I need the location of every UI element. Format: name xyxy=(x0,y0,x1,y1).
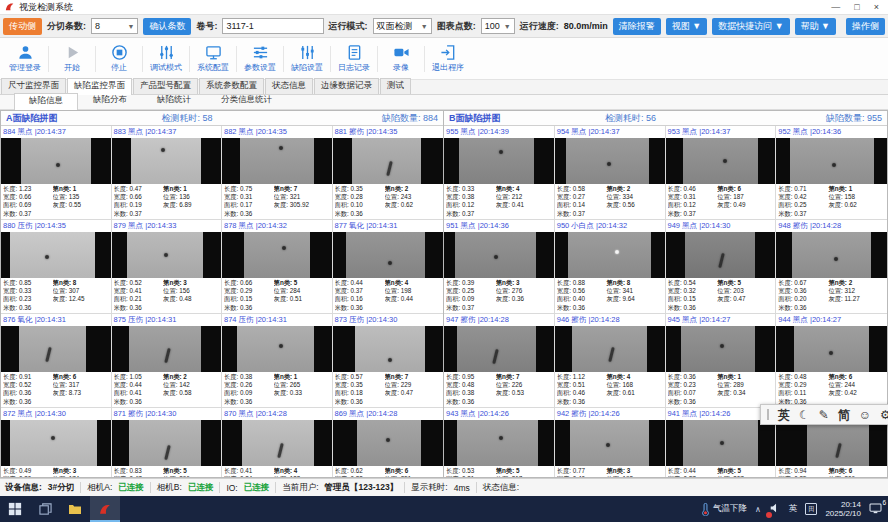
smiley-icon[interactable]: ☺ xyxy=(859,405,871,425)
subtab-分类信息统计[interactable]: 分类信息统计 xyxy=(206,92,287,109)
defect-cell[interactable]: 948 擦伤 |20:14:28长度: 0.67第n类: 2宽度: 0.36位置… xyxy=(776,220,887,314)
defect-cell[interactable]: 945 黑点 |20:14:27长度: 0.36第n类: 1宽度: 0.23位置… xyxy=(666,314,777,408)
image-black-band-right xyxy=(536,326,554,372)
drive-side-button[interactable]: 传动侧 xyxy=(3,18,42,35)
ime-lang-english[interactable]: 英 xyxy=(778,405,790,425)
defect-cell[interactable]: 952 黑点 |20:14:36长度: 0.71第n类: 1宽度: 0.42位置… xyxy=(776,126,887,220)
slit-count-select[interactable]: 8▼ xyxy=(91,18,138,34)
toolbar-button-equalizer[interactable]: 缺陷设置 xyxy=(284,42,330,75)
defect-cell[interactable]: 869 黑点 |20:14:28长度: 0.62第n类: 6宽度: 0.33位置… xyxy=(333,408,444,477)
defect-cell[interactable]: 881 擦伤 |20:14:35长度: 0.35第n类: 2宽度: 0.28位置… xyxy=(333,126,444,220)
confirm-count-button[interactable]: 确认条数 xyxy=(143,18,191,35)
ime-mode-icon[interactable]: 田 xyxy=(805,503,817,515)
clear-alarm-button[interactable]: 清除报警 xyxy=(613,18,661,35)
toolbar-button-log[interactable]: 日志记录 xyxy=(331,42,377,75)
defect-cell[interactable]: 950 小白点 |20:14:32长度: 0.88第n类: 8宽度: 0.56位… xyxy=(555,220,666,314)
ime-lang-simplified[interactable]: 简 xyxy=(838,405,850,425)
weather-text: 气温下降 xyxy=(713,503,747,515)
defect-info-field: 第n类: 6 xyxy=(385,467,441,475)
defect-cell[interactable]: 954 黑点 |20:14:37长度: 0.58第n类: 2宽度: 0.27位置… xyxy=(555,126,666,220)
operator-side-button[interactable]: 操作侧 xyxy=(846,18,885,35)
moon-icon[interactable]: ☾ xyxy=(799,405,810,425)
defect-cell[interactable]: 883 黑点 |20:14:37长度: 0.47第n类: 1宽度: 0.66位置… xyxy=(112,126,223,220)
tab-尺寸监控界面[interactable]: 尺寸监控界面 xyxy=(1,78,66,94)
defect-cell[interactable]: 871 擦伤 |20:14:30长度: 0.83第n类: 5宽度: 0.47位置… xyxy=(112,408,223,477)
maximize-button[interactable]: □ xyxy=(854,0,859,14)
subtab-缺陷信息[interactable]: 缺陷信息 xyxy=(14,93,78,110)
display-time-value: 4ms xyxy=(454,483,470,493)
defect-cell[interactable]: 872 黑点 |20:14:30长度: 0.49第n类: 3宽度: 0.30位置… xyxy=(1,408,112,477)
display-time-label: 显示耗时: xyxy=(411,482,447,494)
defect-cell[interactable]: 953 黑点 |20:14:37长度: 0.46第n类: 6宽度: 0.31位置… xyxy=(666,126,777,220)
defect-info-field: 第n类: 1 xyxy=(717,373,773,381)
image-black-band-right xyxy=(649,420,664,466)
toolbar-button-label: 调试模式 xyxy=(150,62,182,73)
volume-icon[interactable] xyxy=(769,502,781,516)
defect-cell[interactable]: 884 黑点 |20:14:37长度: 1.23第n类: 1宽度: 0.66位置… xyxy=(1,126,112,220)
start-button[interactable] xyxy=(0,496,30,522)
toolbar-button-sliders[interactable]: 参数设置 xyxy=(237,42,283,75)
defect-cell[interactable]: 946 擦伤 |20:14:28长度: 1.12第n类: 4宽度: 0.51位置… xyxy=(555,314,666,408)
defect-cell[interactable]: 949 黑点 |20:14:30长度: 0.54第n类: 5宽度: 0.32位置… xyxy=(666,220,777,314)
defect-info-field: 长度: 0.44 xyxy=(668,467,718,475)
defect-cell[interactable]: 944 黑点 |20:14:27长度: 0.48第n类: 6宽度: 0.29位置… xyxy=(776,314,887,408)
defect-info-field: 宽度: 0.48 xyxy=(446,381,496,389)
defect-cell[interactable]: 879 黑点 |20:14:33长度: 0.52第n类: 3宽度: 0.41位置… xyxy=(112,220,223,314)
defect-cell[interactable]: 942 擦伤 |20:14:26长度: 0.77第n类: 3宽度: 0.40位置… xyxy=(555,408,666,477)
defect-info-field: 第n类: 4 xyxy=(274,467,330,475)
toolbar-button-camera[interactable]: 录像 xyxy=(378,42,424,75)
defect-cell[interactable]: 874 压伤 |20:14:31长度: 0.38第n类: 1宽度: 0.26位置… xyxy=(222,314,333,408)
defect-cell[interactable]: 880 压伤 |20:14:35长度: 0.85第n类: 8宽度: 0.33位置… xyxy=(1,220,112,314)
defect-cell-info: 长度: 0.41第n类: 4宽度: 0.24位置: 188面积: 0.08灰度:… xyxy=(222,466,332,477)
title-bar: 视觉检测系统 — □ × xyxy=(0,0,888,14)
weather-widget[interactable]: 气温下降 xyxy=(701,503,747,516)
defect-info-field: 长度: 0.62 xyxy=(335,467,385,475)
defect-mark xyxy=(161,148,165,152)
toolbar-button-monitor[interactable]: 系统配置 xyxy=(190,42,236,75)
image-black-band-right xyxy=(314,420,332,466)
ime-grip-handle[interactable] xyxy=(767,409,769,420)
hidden-icons-chevron[interactable]: ∧ xyxy=(755,505,761,514)
toolbar-button-play[interactable]: 开始 xyxy=(49,42,95,75)
image-black-band-left xyxy=(1,232,10,278)
tab-测试[interactable]: 测试 xyxy=(380,78,411,94)
run-mode-select[interactable]: 双面检测▼ xyxy=(373,18,432,34)
view-menu-button[interactable]: 视图 ▼ xyxy=(666,18,707,35)
file-explorer-icon[interactable] xyxy=(60,496,90,522)
toolbar-button-label: 参数设置 xyxy=(244,62,276,73)
tab-边缘数据记录[interactable]: 边缘数据记录 xyxy=(314,78,379,94)
defect-cell[interactable]: 873 压伤 |20:14:30长度: 0.57第n类: 7宽度: 0.35位置… xyxy=(333,314,444,408)
help-menu-button[interactable]: 帮助 ▼ xyxy=(795,18,836,35)
defect-cell[interactable]: 951 黑点 |20:14:36长度: 0.39第n类: 3宽度: 0.25位置… xyxy=(444,220,555,314)
defect-cell[interactable]: 870 黑点 |20:14:28长度: 0.41第n类: 4宽度: 0.24位置… xyxy=(222,408,333,477)
defect-cell[interactable]: 877 氧化 |20:14:31长度: 0.44第n类: 4宽度: 0.37位置… xyxy=(333,220,444,314)
defect-info-field: 位置: 312 xyxy=(828,287,885,295)
ime-language-indicator[interactable]: 英 xyxy=(789,503,798,515)
task-view-icon[interactable] xyxy=(30,496,60,522)
close-button[interactable]: × xyxy=(874,0,879,14)
toolbar-button-person[interactable]: 管理登录 xyxy=(2,42,48,75)
defect-cell[interactable]: 875 压伤 |20:14:31长度: 1.05第n类: 2宽度: 0.44位置… xyxy=(112,314,223,408)
toolbar-button-exit[interactable]: 退出程序 xyxy=(425,42,471,75)
defect-info-field: 面积: 0.10 xyxy=(335,201,385,209)
toolbar-button-stop[interactable]: 停止 xyxy=(96,42,142,75)
taskbar-clock[interactable]: 20:14 2025/2/10 xyxy=(825,500,861,518)
defect-cell[interactable]: 947 擦伤 |20:14:28长度: 0.95第n类: 7宽度: 0.48位置… xyxy=(444,314,555,408)
toolbar-button-tune[interactable]: 调试模式 xyxy=(143,42,189,75)
defect-cell[interactable]: 876 氧化 |20:14:31长度: 0.91第n类: 6宽度: 0.52位置… xyxy=(1,314,112,408)
data-quick-access-menu-button[interactable]: 数据快捷访问 ▼ xyxy=(712,18,789,35)
chart-points-select[interactable]: 100▼ xyxy=(481,18,515,34)
defect-image xyxy=(222,420,332,466)
defect-cell[interactable]: 955 黑点 |20:14:39长度: 0.33第n类: 4宽度: 0.38位置… xyxy=(444,126,555,220)
defect-info-field: 面积: 0.23 xyxy=(3,295,53,303)
minimize-button[interactable]: — xyxy=(831,0,840,14)
taskbar-app-icon-inspection[interactable] xyxy=(90,496,120,522)
defect-cell[interactable]: 882 黑点 |20:14:35长度: 0.75第n类: 7宽度: 0.31位置… xyxy=(222,126,333,220)
subtab-缺陷统计[interactable]: 缺陷统计 xyxy=(142,92,206,109)
brush-icon[interactable]: ✎ xyxy=(819,405,829,425)
roll-number-input[interactable]: 3117-1 xyxy=(222,18,323,34)
defect-cell[interactable]: 878 黑点 |20:14:32长度: 0.66第n类: 5宽度: 0.29位置… xyxy=(222,220,333,314)
defect-cell[interactable]: 943 黑点 |20:14:26长度: 0.53第n类: 5宽度: 0.31位置… xyxy=(444,408,555,477)
gear-icon[interactable]: ⚙ xyxy=(880,405,888,425)
notification-tray-icon[interactable]: 6 xyxy=(869,503,882,516)
